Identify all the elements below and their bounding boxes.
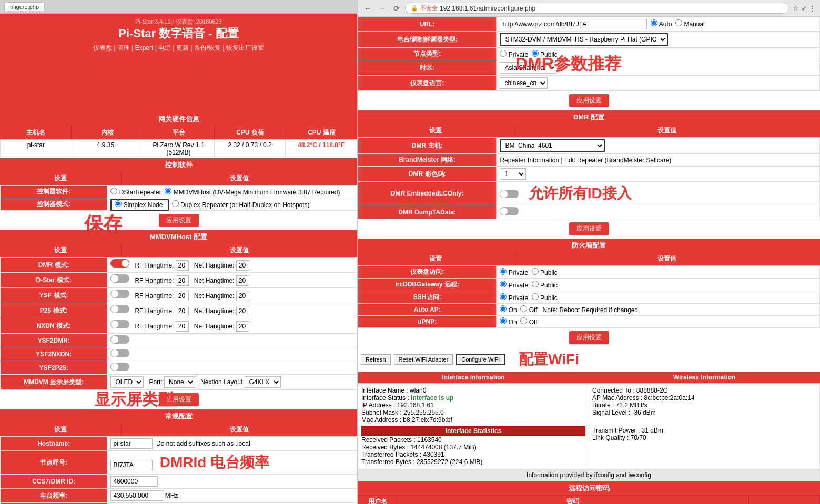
general-config-col-headers: 设置 设置值 xyxy=(0,423,357,436)
forward-btn[interactable]: → xyxy=(377,3,388,14)
wifi-tx-bytes: Transferred Bytes : 235529272 (224.6 MiB… xyxy=(361,458,585,466)
radio-fw-pub0[interactable] xyxy=(532,268,539,275)
radio-duplex[interactable] xyxy=(172,200,179,207)
wifi-tx-power: Transmit Power : 31 dBm xyxy=(592,427,816,434)
configure-wifi-btn[interactable]: Configure WiFi xyxy=(456,354,505,365)
toggle-ysf[interactable] xyxy=(110,290,129,298)
toggle-ysf2p25[interactable] xyxy=(110,363,129,371)
nextion-layout-select[interactable]: G4KLX xyxy=(245,376,281,388)
toggle-ysf2dmr[interactable] xyxy=(110,335,129,344)
fw-ircddb-row: ircDDBGateway 远程: Private Public xyxy=(358,279,820,291)
radio-fw-pub2[interactable] xyxy=(532,293,539,300)
radio-fw-pub1[interactable] xyxy=(532,281,539,287)
dmr-bm-val: Repeater Information | Edit Repeater (Br… xyxy=(497,154,820,167)
menu-icon[interactable]: ⋮ xyxy=(809,4,816,12)
mmdvm-val-ysf2nxdn xyxy=(107,347,357,361)
wifi-status: Interface Status : Interface is up xyxy=(361,394,585,402)
right-modem-select[interactable]: STM32-DVM / MMDVM_HS - Raspberry Pi Hat … xyxy=(500,33,668,46)
wifi-info-outer-table: Interface Information Wireless Informati… xyxy=(358,372,820,481)
dmr-rf-hangtime[interactable] xyxy=(176,260,189,271)
allow-all-annotation: 允许所有ID接入 xyxy=(529,185,632,201)
firewall-apply-btn[interactable]: 应用设置 xyxy=(569,331,609,344)
p25-rf-hangtime[interactable] xyxy=(176,306,189,316)
toggle-dmr[interactable] xyxy=(110,259,129,268)
url-bar[interactable]: 🔒 不安全 192.168.1.61/admin/configure.php xyxy=(405,3,789,14)
radio-fw-on3[interactable] xyxy=(500,305,507,312)
fw-upnp-val: On Off xyxy=(497,316,820,328)
hostname-input[interactable] xyxy=(110,438,153,449)
toggle-lc[interactable] xyxy=(500,190,519,198)
control-sw-table: 控制器软件: DStarRepeater MMDVMHost (DV-Mega … xyxy=(0,185,357,211)
radio-dstar[interactable] xyxy=(110,188,117,194)
bookmark-icon[interactable]: ➶ xyxy=(801,4,807,12)
mmdvm-val-dmr: RF Hangtime: Net Hangtime: xyxy=(107,258,357,273)
radio-rmanual[interactable] xyxy=(675,19,682,26)
back-btn[interactable]: ← xyxy=(362,3,373,14)
callsign-input[interactable] xyxy=(110,460,153,470)
csw-value-1: Simplex Node Duplex Repeater (or Half-Du… xyxy=(107,198,357,211)
wifi-subnet: Subnet Mask : 255.255.255.0 xyxy=(361,409,585,416)
dstar-rf-hangtime[interactable] xyxy=(176,275,189,286)
toggle-p25[interactable] xyxy=(110,305,129,313)
radio-fw-priv1[interactable] xyxy=(500,281,507,287)
radio-fw-off4[interactable] xyxy=(520,317,527,324)
right-general-apply-btn[interactable]: 应用设置 xyxy=(569,94,609,107)
dmr-bm-row: BrandMeister 网络: Repeater Information | … xyxy=(358,154,820,167)
dmr-config-apply-btn[interactable]: 应用设置 xyxy=(569,222,609,235)
nxdn-rf-hangtime[interactable] xyxy=(176,321,189,332)
dmr-host-val: BM_China_4601 xyxy=(497,138,820,154)
radio-fw-priv2[interactable] xyxy=(500,293,507,300)
fw-autoap-label: Auto AP: xyxy=(358,304,497,316)
dmr-bm-label: BrandMeister 网络: xyxy=(358,154,497,167)
col-kernel: 内核 xyxy=(72,126,143,139)
star-icon[interactable]: ☆ xyxy=(793,4,799,12)
page-nav[interactable]: 仪表盘 | 管理 | Expert | 电源 | 更新 | 备份/恢复 | 恢复… xyxy=(2,44,355,53)
gen-row-dmrid: CCS7/DMR ID: xyxy=(1,475,357,489)
ysf-rf-hangtime[interactable] xyxy=(176,291,189,301)
toggle-nxdn[interactable] xyxy=(110,320,129,328)
radio-fw-priv0[interactable] xyxy=(500,268,507,275)
radio-fw-off3[interactable] xyxy=(520,305,527,312)
p25-net-hangtime[interactable] xyxy=(236,306,249,316)
general-config-header: 常规配置 xyxy=(0,409,357,423)
mmdvm-val-dstar: RF Hangtime: Net Hangtime: xyxy=(107,273,357,288)
col-cpu-load: CPU 负荷 xyxy=(215,126,286,139)
toggle-dump[interactable] xyxy=(500,207,519,215)
radio-rprivate[interactable] xyxy=(500,50,507,57)
network-header-row: 主机名 内核 平台 CPU 负荷 CPU 温度 xyxy=(0,126,357,139)
col-values: 设置值 xyxy=(122,172,357,185)
dstar-net-hangtime[interactable] xyxy=(236,275,249,286)
col-username: 用户名 xyxy=(358,496,397,505)
gen-val-callsign: DMRId 电台频率 xyxy=(107,451,357,475)
wifi-iface-header-cell: Interface Information xyxy=(358,372,589,384)
reload-btn[interactable]: ⟳ xyxy=(391,3,402,14)
radio-mmdvm[interactable] xyxy=(165,188,171,194)
freq-input[interactable] xyxy=(110,490,163,501)
reset-wifi-btn[interactable]: Reset WiFi Adapter xyxy=(394,354,453,365)
port-select[interactable]: None xyxy=(164,376,195,388)
tab-item[interactable]: nfigure.php xyxy=(4,2,45,11)
url-text[interactable]: 192.168.1.61/admin/configure.php xyxy=(440,5,784,12)
dmr-config-right-header: DMR 配置 xyxy=(358,110,820,124)
radio-fw-on4[interactable] xyxy=(500,317,507,324)
dmrid-input[interactable] xyxy=(110,476,158,487)
control-sw-apply-btn[interactable]: 应用设置 xyxy=(159,214,199,227)
dmr-lc-row: DMR EmbeddedLCOnly: 允许所有ID接入 xyxy=(358,182,820,205)
radio-simplex[interactable] xyxy=(115,200,122,207)
dmr-net-hangtime[interactable] xyxy=(236,260,249,271)
dmr-host-select[interactable]: BM_China_4601 xyxy=(500,139,605,152)
ysf-net-hangtime[interactable] xyxy=(236,291,249,301)
dmr-host-label: DMR 主机: xyxy=(358,138,497,154)
right-lang-select[interactable]: chinese_cn xyxy=(500,77,548,89)
col-fw-values: 设置值 xyxy=(514,252,820,265)
control-sw-row-0: 控制器软件: DStarRepeater MMDVMHost (DV-Mega … xyxy=(1,186,357,198)
dmr-color-select[interactable]: 1 xyxy=(500,168,526,180)
toggle-dstar[interactable] xyxy=(110,274,129,283)
wifi-btn-row: Refresh Reset WiFi Adapter Configure WiF… xyxy=(358,347,820,372)
display-type-select[interactable]: OLED xyxy=(110,376,144,388)
right-url-input[interactable] xyxy=(500,19,647,29)
toggle-ysf2nxdn[interactable] xyxy=(110,349,129,357)
refresh-btn[interactable]: Refresh xyxy=(361,354,391,365)
radio-rauto[interactable] xyxy=(651,19,657,26)
nxdn-net-hangtime[interactable] xyxy=(236,321,249,332)
